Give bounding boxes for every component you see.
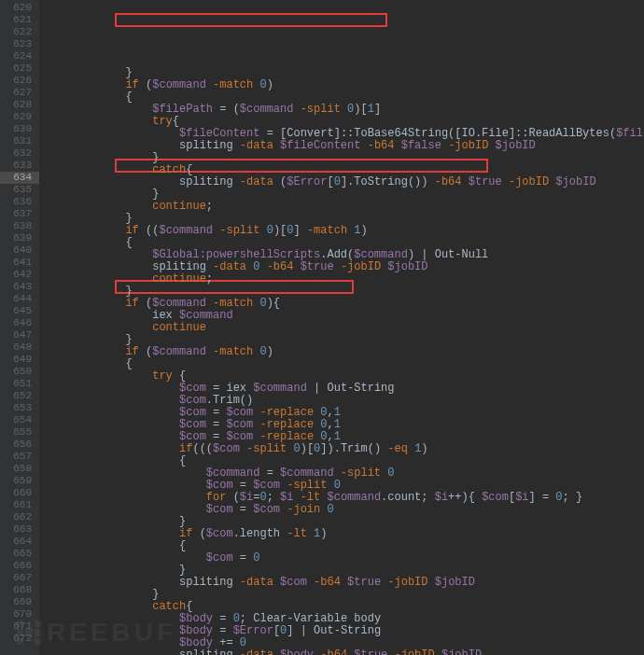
line-number: 626 <box>0 75 39 87</box>
line-number: 657 <box>0 451 39 463</box>
line-number: 625 <box>0 63 39 75</box>
line-number: 630 <box>0 123 39 135</box>
line-number: 650 <box>0 366 39 378</box>
code-editor[interactable]: 6206216226236246256266276286296306316326… <box>0 0 644 655</box>
line-number: 646 <box>0 317 39 329</box>
line-number: 624 <box>0 50 39 63</box>
line-number: 621 <box>0 14 39 26</box>
highlight-box-1 <box>115 13 387 27</box>
line-number: 668 <box>0 584 39 596</box>
line-number: 631 <box>0 135 39 147</box>
line-number: 664 <box>0 536 39 548</box>
line-number: 632 <box>0 147 39 160</box>
line-number: 662 <box>0 511 39 523</box>
line-number: 627 <box>0 87 39 99</box>
line-number: 661 <box>0 499 39 511</box>
line-number: 648 <box>0 341 39 354</box>
line-number: 665 <box>0 548 39 560</box>
line-number: 667 <box>0 572 39 584</box>
line-number: 628 <box>0 99 39 111</box>
code-line[interactable]: continue; <box>45 273 644 286</box>
line-number: 642 <box>0 269 39 281</box>
line-number: 639 <box>0 232 39 244</box>
line-number: 622 <box>0 26 39 38</box>
line-number: 659 <box>0 475 39 487</box>
line-number: 672 <box>0 633 39 645</box>
line-number: 666 <box>0 560 39 572</box>
line-number: 640 <box>0 244 39 257</box>
line-number: 652 <box>0 390 39 402</box>
code-line[interactable]: if ($command -match 0) <box>45 79 644 91</box>
line-number: 644 <box>0 293 39 305</box>
line-number: 649 <box>0 354 39 366</box>
code-line[interactable]: spliting -data $body -b64 $true -jobID $… <box>45 649 644 655</box>
line-number: 656 <box>0 439 39 451</box>
line-number: 663 <box>0 523 39 536</box>
line-number: 669 <box>0 596 39 608</box>
line-number: 633 <box>0 160 39 172</box>
code-line[interactable]: if ($command -match 0) <box>45 346 644 358</box>
line-number: 637 <box>0 208 39 220</box>
line-number: 638 <box>0 220 39 232</box>
line-number: 629 <box>0 111 39 123</box>
code-line[interactable]: if (($command -split 0)[0] -match 1) <box>45 225 644 237</box>
line-number: 655 <box>0 426 39 439</box>
line-number: 641 <box>0 257 39 269</box>
line-number: 651 <box>0 378 39 390</box>
line-number: 658 <box>0 463 39 475</box>
line-number: 660 <box>0 487 39 499</box>
line-number: 634 <box>0 172 39 184</box>
line-number: 635 <box>0 184 39 196</box>
line-number: 643 <box>0 281 39 293</box>
line-number: 671 <box>0 620 39 633</box>
code-area[interactable]: } if ($command -match 0) { $filePath = (… <box>39 0 644 655</box>
line-number: 636 <box>0 196 39 208</box>
code-line[interactable]: continue <box>45 322 644 334</box>
line-number: 647 <box>0 329 39 341</box>
line-number: 670 <box>0 608 39 620</box>
code-line[interactable]: continue; <box>45 201 644 213</box>
line-number: 654 <box>0 414 39 426</box>
line-number-gutter: 6206216226236246256266276286296306316326… <box>0 0 39 655</box>
line-number: 620 <box>0 2 39 14</box>
line-number: 653 <box>0 402 39 414</box>
line-number: 645 <box>0 305 39 317</box>
line-number: 623 <box>0 38 39 50</box>
